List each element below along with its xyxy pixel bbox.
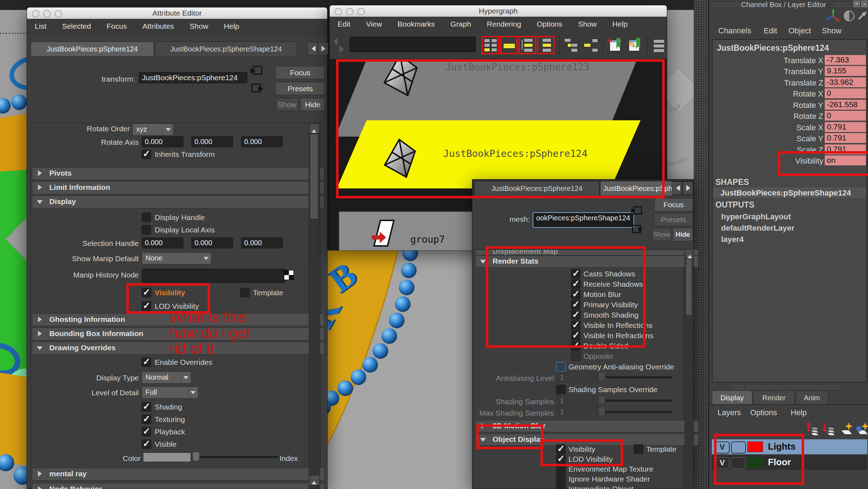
menu-help[interactable]: Help	[791, 408, 807, 417]
presets-button[interactable]: Presets	[654, 213, 693, 226]
opposite-checkbox[interactable]	[571, 351, 581, 361]
menu-channels[interactable]: Channels	[718, 26, 751, 35]
viewport-center[interactable]: B K	[326, 251, 474, 489]
channel-label[interactable]: Translate X	[735, 56, 823, 65]
menu-options[interactable]: Options	[537, 20, 562, 28]
contrast-circle-icon[interactable]	[843, 10, 855, 22]
menu-attributes[interactable]: Attributes	[143, 22, 174, 31]
template-checkbox[interactable]	[240, 288, 249, 297]
show-button[interactable]: Show	[275, 98, 299, 111]
menu-graph[interactable]: Graph	[450, 20, 471, 28]
panel-grip[interactable]	[730, 385, 840, 389]
tab-scroll-left-icon[interactable]	[672, 182, 682, 194]
close-panel-icon[interactable]: ✕	[861, 1, 867, 7]
ignore-hardware-shader-checkbox[interactable]	[556, 474, 566, 484]
node-children-icon[interactable]	[519, 37, 535, 54]
shading-samples-field[interactable]: 1	[557, 395, 600, 406]
section-display[interactable]: Display	[32, 196, 324, 208]
max-shading-samples-slider-track[interactable]	[601, 411, 672, 413]
channel-label[interactable]: Rotate X	[735, 89, 823, 99]
tab-scroll-left-icon[interactable]	[307, 42, 318, 55]
menu-help[interactable]: Help	[612, 20, 628, 28]
menu-help[interactable]: Help	[224, 22, 239, 31]
channel-label[interactable]: Translate Z	[735, 78, 823, 88]
channel-label[interactable]: Rotate Y	[735, 101, 823, 110]
channel-value[interactable]: 0.791	[825, 133, 866, 143]
layer-tab-render[interactable]: Render	[753, 390, 795, 405]
menu-edit[interactable]: Edit	[337, 20, 350, 28]
scroll-up-icon[interactable]	[685, 249, 693, 258]
channel-value[interactable]: -7.363	[825, 55, 866, 65]
channel-label[interactable]: Translate Y	[735, 67, 823, 76]
panel-menu-icon[interactable]	[651, 37, 668, 54]
section-node-behavior[interactable]: Node Behavior	[32, 483, 324, 489]
ae1-scrollbar[interactable]	[309, 123, 320, 489]
selection-handle-y-field[interactable]: 0.000	[191, 237, 233, 248]
output-item[interactable]: defaultRenderLayer	[721, 224, 795, 233]
display-type-dropdown[interactable]: Normal	[142, 372, 191, 384]
hide-button[interactable]: Hide	[300, 98, 325, 111]
channel-label[interactable]: Scale X	[735, 123, 823, 132]
panel-grip[interactable]	[834, 3, 852, 7]
move-axis-icon[interactable]	[825, 9, 841, 24]
window-titlebar[interactable]: Attribute Editor	[27, 7, 327, 19]
show-manip-default-dropdown[interactable]: None	[142, 252, 211, 264]
connection-in-icon[interactable]	[631, 224, 643, 234]
channel-value[interactable]: 0	[825, 88, 866, 98]
geometry-aa-override-checkbox[interactable]	[556, 362, 566, 372]
tab-scroll-right-icon[interactable]	[318, 42, 328, 55]
manip-history-node-field[interactable]	[142, 269, 286, 283]
ae2-scrollbar[interactable]	[685, 249, 694, 489]
menu-edit[interactable]: Edit	[764, 26, 777, 35]
focus-button[interactable]: Focus	[654, 198, 693, 211]
shading-samples-slider-handle[interactable]	[598, 395, 605, 405]
menu-focus[interactable]: Focus	[106, 22, 127, 31]
shape-row[interactable]: JustBookPieces:pSphereShape124	[713, 187, 866, 198]
edit-bookmarks-icon[interactable]: ✎	[626, 37, 643, 54]
output-item[interactable]: layer4	[721, 235, 744, 244]
layer-tab-display[interactable]: Display	[712, 390, 752, 405]
rotate-axis-y-field[interactable]: 0.000	[191, 136, 233, 147]
menu-rendering[interactable]: Rendering	[487, 20, 521, 28]
channel-value[interactable]: -261.558	[825, 100, 866, 110]
connection-out-icon[interactable]	[251, 65, 264, 76]
presets-button[interactable]: Presets	[275, 82, 325, 95]
channel-value[interactable]: -33.962	[825, 77, 866, 87]
speed-arrow-icon[interactable]	[857, 10, 868, 21]
rotate-axis-z-field[interactable]: 0.000	[241, 136, 283, 147]
menu-layers[interactable]: Layers	[718, 408, 741, 417]
menu-show[interactable]: Show	[578, 20, 597, 28]
scroll-up-icon[interactable]	[309, 475, 319, 485]
mesh-field[interactable]: ookPieces:pSphereShape124	[533, 212, 634, 228]
menu-show[interactable]: Show	[189, 22, 208, 31]
visible-checkbox[interactable]	[142, 439, 151, 449]
create-empty-layer-icon[interactable]	[838, 421, 854, 436]
max-shading-samples-slider-handle[interactable]	[598, 407, 605, 416]
transform-field[interactable]: JustBookPieces:pSphere124	[139, 72, 247, 83]
add-bookmark-icon[interactable]: +	[607, 37, 623, 54]
scrollbar-thumb[interactable]	[686, 259, 692, 315]
channel-value[interactable]: 9.155	[825, 66, 866, 76]
connection-out-icon[interactable]	[631, 206, 643, 216]
scroll-up-icon[interactable]	[309, 124, 319, 133]
hypergraph-search-input[interactable]	[350, 37, 476, 52]
hypergraph-node-group7[interactable]: group7	[339, 211, 473, 251]
output-item[interactable]: hyperGraphLayout	[721, 212, 791, 221]
menu-view[interactable]: View	[366, 20, 382, 28]
antialiasing-level-slider-track[interactable]	[601, 376, 672, 378]
menu-object[interactable]: Object	[789, 26, 811, 35]
playback-checkbox[interactable]	[142, 427, 151, 436]
channel-node-name[interactable]: JustBookPieces:pSphere124	[717, 43, 829, 53]
hide-button[interactable]: Hide	[672, 228, 693, 241]
move-layer-up-icon[interactable]	[806, 421, 821, 436]
scene-hierarchy-icon[interactable]	[482, 37, 499, 54]
move-layer-down-icon[interactable]	[822, 421, 837, 436]
tab-psphere124[interactable]: JustBookPieces:pSphere124	[31, 42, 154, 56]
section-pivots[interactable]: Pivots	[32, 167, 324, 180]
rotate-axis-x-field[interactable]: 0.000	[142, 136, 183, 147]
menu-show[interactable]: Show	[822, 26, 841, 35]
shading-samples-override-checkbox[interactable]	[556, 385, 566, 394]
antialiasing-level-field[interactable]: 1	[557, 372, 600, 383]
color-slider-track[interactable]	[197, 456, 278, 458]
section-mental-ray[interactable]: mental ray	[32, 468, 324, 480]
